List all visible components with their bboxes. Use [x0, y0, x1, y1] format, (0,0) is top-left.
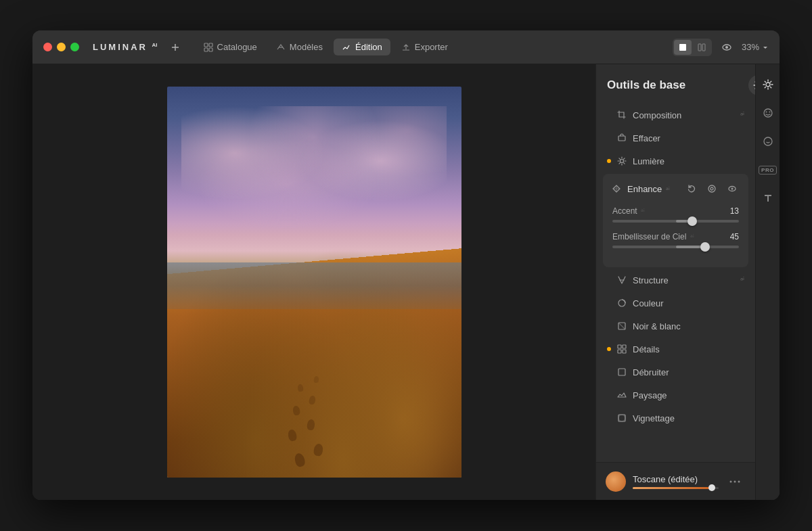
- svg-point-30: [738, 480, 740, 482]
- tool-suffix-composition: ᵃⁱ: [740, 111, 744, 120]
- bottom-bar: Toscane (éditée): [596, 462, 780, 500]
- tool-item-paysage[interactable]: Paysage: [596, 384, 755, 407]
- app-window: LUMINAR AI Catalogue Modèles Édition Exp…: [32, 30, 780, 500]
- pro-badge[interactable]: PRO: [759, 160, 777, 179]
- tool-label-noir-blanc: Noir & blanc: [633, 321, 744, 331]
- vignette-icon: [616, 413, 627, 423]
- footprints: [196, 262, 432, 478]
- embellisseur-slider-row: Embellisseur de Ciel ᵃⁱ 45: [612, 232, 739, 248]
- svg-rect-25: [618, 369, 625, 375]
- svg-point-32: [764, 109, 772, 117]
- enhance-header: Enhance ᵃⁱ: [603, 174, 748, 204]
- embellisseur-thumb[interactable]: [700, 242, 710, 252]
- view-single[interactable]: [674, 40, 692, 55]
- nb-icon: [616, 321, 627, 331]
- tool-item-debruiter[interactable]: Débruiter: [596, 361, 755, 384]
- titlebar: LUMINAR AI Catalogue Modèles Édition Exp…: [32, 30, 780, 64]
- svg-rect-7: [679, 44, 686, 51]
- tool-list: Composition ᵃⁱ Effacer: [596, 103, 780, 462]
- tool-item-effacer[interactable]: Effacer: [596, 126, 755, 149]
- right-panel: Outils de base Composition ᵃ: [595, 64, 780, 500]
- embellisseur-track[interactable]: [612, 246, 739, 248]
- svg-rect-21: [618, 345, 621, 348]
- accent-thumb[interactable]: [687, 216, 697, 226]
- tool-item-details[interactable]: Détails: [596, 338, 755, 361]
- tool-item-couleur[interactable]: Couleur: [596, 292, 755, 315]
- svg-rect-2: [204, 43, 208, 47]
- enhance-visible-button[interactable]: [724, 181, 740, 197]
- svg-rect-22: [623, 345, 626, 348]
- right-controls: 33%: [673, 38, 769, 57]
- close-button[interactable]: [43, 43, 52, 51]
- svg-rect-9: [702, 44, 705, 51]
- tab-catalogue[interactable]: Catalogue: [196, 39, 265, 55]
- details-icon: [616, 344, 627, 354]
- panel-title: Outils de base: [607, 78, 685, 92]
- tab-exporter[interactable]: Exporter: [393, 39, 456, 55]
- tool-suffix-structure: ᵃⁱ: [740, 276, 744, 285]
- eraser-icon: [616, 133, 627, 143]
- tool-item-vignettage[interactable]: Vignettage: [596, 407, 755, 430]
- photo-canvas: [167, 87, 461, 478]
- view-split[interactable]: [693, 40, 710, 55]
- tool-label-composition: Composition: [633, 110, 735, 120]
- tool-label-couleur: Couleur: [633, 298, 744, 308]
- svg-rect-3: [209, 43, 212, 47]
- enhance-copy-button[interactable]: [704, 181, 720, 197]
- preset-bar-track[interactable]: [633, 487, 719, 489]
- enhance-title: Enhance ᵃⁱ: [627, 184, 678, 194]
- app-logo: LUMINAR AI: [93, 42, 158, 52]
- more-button[interactable]: [725, 472, 744, 491]
- side-icon-text[interactable]: [759, 189, 777, 208]
- nav-bar: Catalogue Modèles Édition Exporter: [196, 39, 456, 55]
- beach-photo: [167, 87, 461, 478]
- preset-avatar: [606, 471, 626, 492]
- svg-point-31: [766, 83, 770, 87]
- side-icons-panel: PRO: [755, 64, 780, 500]
- tool-label-structure: Structure: [633, 275, 735, 285]
- structure-icon: [616, 275, 627, 285]
- preset-bar-thumb[interactable]: [708, 484, 715, 491]
- panel-header: Outils de base: [596, 64, 780, 103]
- tool-label-vignettage: Vignettage: [633, 413, 744, 423]
- tool-label-effacer: Effacer: [633, 133, 744, 143]
- tool-label-details: Détails: [633, 344, 744, 354]
- color-icon: [616, 298, 627, 308]
- side-icon-smile[interactable]: [759, 132, 777, 151]
- tool-label-paysage: Paysage: [633, 390, 744, 400]
- svg-point-28: [730, 480, 732, 482]
- accent-track[interactable]: [612, 220, 739, 223]
- tool-item-structure[interactable]: Structure ᵃⁱ: [596, 269, 755, 292]
- tool-item-composition[interactable]: Composition ᵃⁱ: [596, 103, 755, 126]
- zoom-control[interactable]: 33%: [742, 42, 769, 52]
- preset-info: Toscane (éditée): [633, 474, 719, 489]
- landscape-icon: [616, 390, 627, 400]
- minimize-button[interactable]: [57, 43, 66, 51]
- enhance-icon: [611, 183, 622, 194]
- embellisseur-value: 45: [730, 232, 739, 241]
- tool-label-lumiere: Lumière: [633, 156, 744, 166]
- enhance-reset-button[interactable]: [683, 181, 700, 197]
- svg-rect-23: [618, 350, 621, 353]
- sun-icon: [616, 156, 627, 166]
- svg-rect-13: [618, 136, 625, 141]
- tab-modeles[interactable]: Modèles: [268, 39, 331, 55]
- side-icon-face[interactable]: [759, 103, 777, 122]
- accent-label: Accent ᵃⁱ: [612, 206, 645, 216]
- maximize-button[interactable]: [70, 43, 79, 51]
- tool-item-lumiere[interactable]: Lumière: [596, 149, 755, 172]
- crop-icon: [616, 110, 627, 120]
- pro-label: PRO: [759, 166, 777, 175]
- svg-point-11: [725, 46, 728, 49]
- tool-item-noir-blanc[interactable]: Noir & blanc: [596, 315, 755, 338]
- preview-toggle[interactable]: [717, 38, 736, 57]
- svg-point-14: [621, 160, 624, 163]
- side-icon-sun[interactable]: [759, 75, 777, 94]
- enhance-panel: Enhance ᵃⁱ: [603, 174, 748, 267]
- add-button[interactable]: [166, 38, 185, 57]
- svg-point-34: [769, 112, 770, 113]
- preset-bar-fill: [633, 487, 712, 489]
- svg-rect-24: [623, 350, 626, 353]
- tab-edition[interactable]: Édition: [334, 39, 390, 55]
- svg-point-27: [618, 415, 625, 421]
